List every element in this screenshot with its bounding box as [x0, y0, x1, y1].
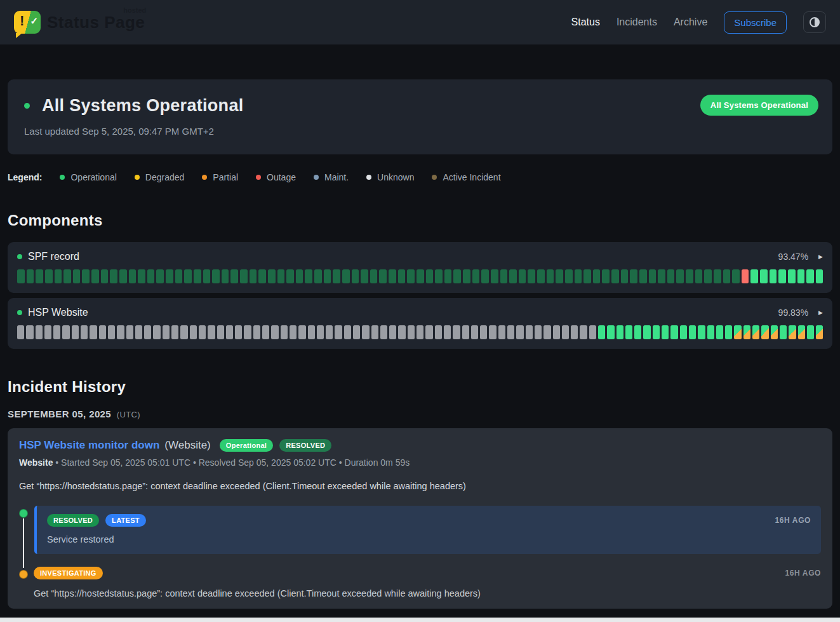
uptime-bar-segment	[507, 325, 514, 339]
uptime-bar-segment	[344, 325, 351, 339]
main-nav: StatusIncidentsArchive Subscribe	[571, 11, 826, 34]
legend-item-label: Unknown	[377, 172, 414, 182]
uptime-bar-segment	[639, 269, 647, 283]
incident-component-label: (Website)	[164, 439, 210, 452]
uptime-bar-segment	[463, 269, 470, 283]
uptime-bar-segment	[707, 325, 714, 339]
uptime-bar-segment	[535, 325, 542, 339]
uptime-bar-segment	[649, 269, 657, 283]
uptime-bar-segment	[680, 325, 687, 339]
uptime-bar-segment	[723, 269, 731, 283]
uptime-bar-segment	[537, 269, 545, 283]
uptime-bar-segment	[268, 269, 276, 283]
uptime-bar-segment	[761, 325, 768, 339]
nav-item-status[interactable]: Status	[571, 17, 600, 28]
uptime-bar-segment	[144, 325, 151, 339]
uptime-bar-segment	[298, 325, 305, 339]
page-bottom-edge	[0, 618, 840, 622]
component-card-hsp-website: HSP Website 99.83% ▶	[8, 298, 832, 349]
uptime-bar-segment	[407, 269, 415, 283]
uptime-bar-segment	[806, 269, 814, 283]
theme-toggle-button[interactable]	[803, 11, 826, 33]
brand-logo-link[interactable]: ! ✓ Status Page hosted	[14, 11, 145, 34]
legend-item-degraded: Degraded	[135, 172, 185, 182]
uptime-bar-segment	[190, 325, 197, 339]
expand-arrow-icon[interactable]: ▶	[818, 254, 823, 260]
top-navbar: ! ✓ Status Page hosted StatusIncidentsAr…	[0, 0, 840, 44]
uptime-bar-segment	[119, 269, 127, 283]
incident-update-timeline: RESOLVEDLATEST 16H AGO Service restored …	[19, 506, 821, 598]
update-message: Service restored	[47, 534, 811, 544]
uptime-bar-segment	[489, 325, 496, 339]
uptime-bar-chart	[17, 269, 823, 283]
uptime-bar-segment	[371, 325, 378, 339]
uptime-bar-segment	[580, 325, 587, 339]
update-badges: RESOLVEDLATEST	[47, 514, 146, 527]
expand-arrow-icon[interactable]: ▶	[818, 309, 823, 316]
uptime-bar-segment	[217, 325, 224, 339]
uptime-bar-segment	[379, 269, 387, 283]
uptime-bar-segment	[166, 269, 173, 283]
uptime-bar-segment	[240, 269, 248, 283]
uptime-bar-segment	[62, 325, 69, 339]
uptime-bar-segment	[63, 269, 71, 283]
uptime-bar-chart	[17, 325, 823, 339]
component-header[interactable]: HSP Website 99.83% ▶	[17, 307, 823, 318]
uptime-bar-segment	[653, 325, 660, 339]
update-timestamp: 16H AGO	[775, 516, 811, 525]
component-uptime-percent: 99.83%	[778, 308, 808, 318]
uptime-bar-segment	[194, 269, 201, 283]
uptime-bar-segment	[444, 325, 451, 339]
uptime-bar-segment	[714, 269, 721, 283]
component-header[interactable]: SPF record 93.47% ▶	[17, 251, 823, 262]
uptime-bar-segment	[226, 325, 233, 339]
uptime-bar-segment	[333, 269, 340, 283]
legend-status-dot	[366, 175, 371, 180]
uptime-bar-segment	[398, 269, 406, 283]
uptime-bar-segment	[244, 325, 251, 339]
incident-date-heading: SEPTEMBER 05, 2025 (UTC)	[8, 409, 832, 419]
legend-status-dot	[432, 175, 437, 180]
uptime-bar-segment	[630, 269, 637, 283]
uptime-bar-segment	[250, 269, 257, 283]
uptime-bar-segment	[625, 325, 632, 339]
status-badge-operational: Operational	[220, 439, 273, 452]
uptime-bar-segment	[352, 269, 359, 283]
component-status-dot	[17, 254, 22, 259]
overall-status-dot	[24, 103, 30, 109]
legend-status-dot	[314, 175, 319, 180]
uptime-bar-segment	[589, 325, 596, 339]
uptime-bar-segment	[253, 325, 260, 339]
brand-text: Status Page hosted	[47, 13, 145, 32]
nav-links-slot: StatusIncidentsArchive	[571, 17, 708, 28]
status-badge-resolved: RESOLVED	[279, 439, 331, 452]
uptime-bar-segment	[222, 269, 229, 283]
uptime-bar-segment	[704, 269, 712, 283]
uptime-bar-segment	[36, 269, 43, 283]
nav-item-archive[interactable]: Archive	[674, 17, 707, 28]
uptime-bar-segment	[53, 325, 60, 339]
uptime-bar-segment	[335, 325, 342, 339]
checkmark-glyph: ✓	[30, 15, 38, 27]
uptime-bar-segment	[99, 325, 106, 339]
uptime-bar-segment	[676, 269, 684, 283]
uptime-bar-segment	[171, 325, 178, 339]
components-heading: Components	[8, 212, 832, 229]
uptime-bar-segment	[258, 269, 266, 283]
uptime-bar-segment	[91, 269, 99, 283]
uptime-bar-segment	[778, 269, 786, 283]
uptime-bar-segment	[82, 269, 90, 283]
incident-description: Get “https://hostedstatus.page”: context…	[19, 481, 821, 491]
uptime-bar-segment	[55, 269, 62, 283]
incident-title-link[interactable]: HSP Website monitor down	[19, 439, 159, 452]
uptime-bar-segment	[571, 325, 578, 339]
uptime-bar-segment	[617, 325, 623, 339]
uptime-bar-segment	[725, 325, 732, 339]
uptime-bar-segment	[324, 269, 331, 283]
uptime-bar-segment	[199, 325, 206, 339]
uptime-bar-segment	[471, 325, 478, 339]
latest-update-highlight: RESOLVEDLATEST 16H AGO Service restored	[34, 506, 821, 554]
subscribe-button[interactable]: Subscribe	[724, 11, 787, 34]
uptime-bar-segment	[481, 269, 489, 283]
nav-item-incidents[interactable]: Incidents	[617, 17, 657, 28]
